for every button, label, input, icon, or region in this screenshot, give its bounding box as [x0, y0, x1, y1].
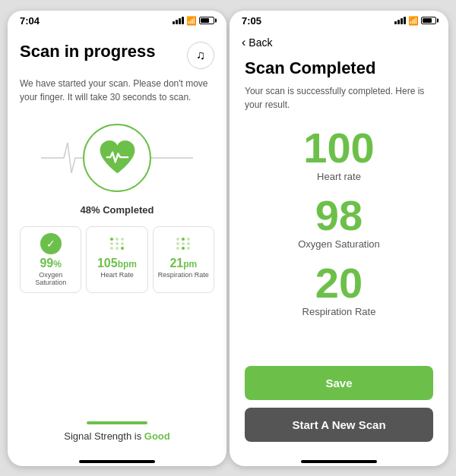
stats-row: ✓ 99% Oxygen Saturation — [20, 226, 214, 293]
heart-rate-label: Heart rate — [317, 171, 361, 182]
status-icons-1: 📶 — [173, 16, 214, 26]
completed-description: Your scan is successfully completed. Her… — [245, 84, 433, 112]
heart-rate-spinner-icon — [106, 233, 128, 254]
heart-circle — [83, 124, 151, 192]
status-time-2: 7:05 — [242, 15, 261, 27]
respiration-rate-value: 20 — [315, 262, 363, 304]
oxygen-label: Oxygen Saturation — [25, 271, 76, 286]
signal-strength-bar — [87, 421, 147, 424]
ecg-container — [41, 116, 193, 200]
scan-header: Scan in progress ♫ — [20, 42, 214, 69]
oxygen-saturation-label: Oxygen Saturation — [298, 238, 380, 250]
scan-progress-content: Scan in progress ♫ We have started your … — [8, 30, 226, 454]
status-bar-2: 7:05 📶 — [230, 11, 448, 30]
scan-in-progress-screen: 7:04 📶 Scan in progress ♫ — [8, 11, 226, 466]
respiration-spinner-icon — [173, 233, 194, 254]
status-time-1: 7:04 — [20, 15, 40, 27]
scan-description: We have started your scan. Please don't … — [20, 77, 214, 104]
oxygen-saturation-value: 98 — [315, 194, 363, 237]
action-buttons: Save Start A New Scan — [245, 366, 433, 442]
result-respiration: 20 Respiration Rate — [245, 262, 433, 317]
heartrate-label: Heart Rate — [100, 271, 134, 279]
heart-rate-icon — [97, 137, 138, 178]
status-icons-2: 📶 — [394, 16, 436, 26]
check-icon: ✓ — [40, 233, 62, 254]
page-title: Scan in progress — [20, 42, 156, 61]
heart-animation-area: 48% Completed — [20, 116, 214, 216]
home-indicator-1 — [79, 460, 155, 463]
status-bar-1: 7:04 📶 — [8, 11, 226, 30]
heart-rate-value: 100 — [303, 127, 374, 169]
battery-icon — [199, 17, 214, 24]
scan-completed-screen: 7:05 📶 ‹ Back Scan Completed Y — [230, 11, 448, 466]
completed-content: Scan Completed Your scan is successfully… — [230, 52, 448, 454]
respiration-label: Respiration Rate — [158, 271, 209, 279]
music-button[interactable]: ♫ — [187, 42, 214, 69]
signal-strength-icon-2 — [394, 17, 406, 24]
result-heart-rate: 100 Heart rate — [245, 127, 433, 182]
home-indicator-2 — [301, 460, 377, 463]
signal-quality: Good — [144, 430, 170, 442]
back-arrow-icon: ‹ — [242, 36, 245, 49]
save-button[interactable]: Save — [245, 366, 433, 400]
wifi-icon: 📶 — [186, 16, 197, 26]
respiration-value: 21pm — [169, 257, 197, 270]
heartrate-value: 105bpm — [97, 257, 137, 270]
result-oxygen: 98 Oxygen Saturation — [245, 194, 433, 250]
completion-percentage: 48% Completed — [81, 204, 154, 216]
stat-card-respiration: 21pm Respiration Rate — [153, 226, 214, 293]
stat-card-oxygen: ✓ 99% Oxygen Saturation — [20, 226, 81, 293]
back-label: Back — [249, 36, 272, 49]
oxygen-value: 99% — [40, 257, 61, 270]
wifi-icon-2: 📶 — [408, 16, 419, 26]
music-icon: ♫ — [196, 49, 205, 62]
stat-card-heartrate: 105bpm Heart Rate — [86, 226, 147, 293]
signal-strength-icon — [173, 17, 184, 24]
respiration-rate-label: Respiration Rate — [302, 306, 376, 317]
signal-strength-text: Signal Strength is Good — [64, 430, 169, 442]
start-new-scan-button[interactable]: Start A New Scan — [245, 408, 433, 442]
battery-icon-2 — [421, 17, 436, 24]
back-navigation[interactable]: ‹ Back — [230, 30, 448, 52]
signal-strength-section: Signal Strength is Good — [20, 421, 214, 442]
completed-title: Scan Completed — [245, 58, 433, 78]
